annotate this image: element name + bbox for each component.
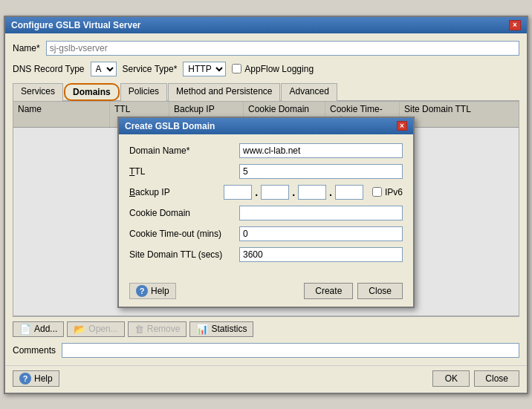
dns-record-type-label: DNS Record Type — [13, 64, 85, 74]
tab-bar: Services Domains Policies Method and Per… — [13, 82, 519, 101]
close-button[interactable]: Close — [474, 370, 519, 387]
appflow-label-text: AppFlow Logging — [244, 64, 314, 74]
domain-name-input[interactable] — [239, 143, 403, 158]
modal-help-button[interactable]: ? Help — [129, 283, 176, 299]
bottom-toolbar: 📄 Add... 📂 Open... 🗑 Remove 📊 Statistics — [13, 316, 519, 340]
comments-label: Comments — [13, 345, 56, 356]
modal-title-bar: Create GSLB Domain × — [119, 118, 413, 134]
footer-help-button[interactable]: ? Help — [13, 370, 59, 387]
add-icon: 📄 — [19, 324, 31, 335]
modal-close-button[interactable]: × — [397, 121, 407, 131]
comments-input[interactable] — [62, 343, 519, 358]
main-window: Configure GSLB Virtual Server × Name* DN… — [4, 16, 528, 394]
ip-octet-4[interactable] — [335, 185, 363, 200]
ipv6-checkbox-label: IPv6 — [372, 187, 403, 197]
window-footer: ? Help OK Close — [5, 365, 527, 393]
footer-help-label: Help — [34, 373, 53, 384]
name-input[interactable] — [46, 41, 519, 56]
modal-footer: ? Help Create Close — [119, 277, 413, 307]
name-row: Name* — [13, 41, 519, 56]
title-bar: Configure GSLB Virtual Server × — [5, 17, 527, 33]
ttl-input[interactable] — [239, 164, 403, 179]
remove-label: Remove — [147, 324, 181, 334]
comments-row: Comments — [13, 343, 519, 358]
cookie-timeout-label: Cookie Time-out (mins) — [129, 229, 233, 239]
modal-help-label: Help — [151, 286, 169, 296]
add-button[interactable]: 📄 Add... — [13, 321, 64, 337]
open-label: Open... — [88, 324, 117, 334]
ip-dot-1: . — [255, 186, 258, 198]
dns-service-row: DNS Record Type A Service Type* HTTP App… — [13, 62, 519, 76]
ttl-label: TTL — [129, 166, 233, 177]
statistics-icon: 📊 — [196, 324, 208, 335]
service-type-label: Service Type* — [123, 64, 178, 74]
domain-name-row: Domain Name* — [129, 143, 403, 158]
window-title: Configure GSLB Virtual Server — [11, 20, 141, 30]
ip-dot-3: . — [329, 186, 332, 198]
cookie-domain-label: Cookie Domain — [129, 208, 233, 218]
cookie-timeout-input[interactable] — [239, 226, 403, 241]
ip-octet-3[interactable] — [298, 185, 326, 200]
ttl-row: TTL — [129, 164, 403, 179]
site-domain-ttl-input[interactable] — [239, 247, 403, 262]
ok-button[interactable]: OK — [432, 370, 470, 387]
footer-help-icon: ? — [19, 373, 31, 385]
statistics-button[interactable]: 📊 Statistics — [189, 321, 253, 337]
service-type-select[interactable]: HTTP — [183, 62, 226, 76]
window-body: Name* DNS Record Type A Service Type* HT… — [5, 33, 527, 365]
create-button[interactable]: Create — [304, 283, 353, 299]
backup-ip-row: Backup IP . . . — [129, 185, 403, 200]
modal-action-buttons: Create Close — [304, 283, 403, 299]
tab-policies[interactable]: Policies — [120, 83, 167, 101]
cookie-domain-row: Cookie Domain — [129, 206, 403, 220]
domains-table: Name TTL Backup IP Cookie Domain Cookie … — [13, 101, 519, 316]
ip-input-group: . . . IPv6 — [224, 185, 403, 200]
cookie-timeout-row: Cookie Time-out (mins) — [129, 226, 403, 241]
ip-octet-1[interactable] — [224, 185, 252, 200]
modal-overlay: Create GSLB Domain × Domain Name* — [13, 102, 519, 315]
tab-advanced[interactable]: Advanced — [281, 83, 337, 101]
modal-body: Domain Name* TTL — [119, 134, 413, 277]
modal-title: Create GSLB Domain — [125, 121, 215, 131]
backup-ip-label: Backup IP — [129, 187, 218, 197]
remove-button[interactable]: 🗑 Remove — [128, 321, 187, 337]
footer-buttons: OK Close — [432, 370, 519, 387]
tab-services[interactable]: Services — [13, 83, 63, 101]
statistics-label: Statistics — [211, 324, 247, 334]
remove-icon: 🗑 — [134, 324, 144, 335]
appflow-checkbox-label: AppFlow Logging — [232, 64, 314, 74]
name-label: Name* — [13, 43, 40, 53]
tab-domains[interactable]: Domains — [64, 83, 120, 101]
domain-name-label: Domain Name* — [129, 145, 233, 156]
create-gslb-domain-modal: Create GSLB Domain × Domain Name* — [117, 117, 415, 308]
site-domain-ttl-row: Site Domain TTL (secs) — [129, 247, 403, 262]
dns-record-type-select[interactable]: A — [91, 62, 117, 76]
modal-close-btn[interactable]: Close — [357, 283, 403, 299]
open-button[interactable]: 📂 Open... — [67, 321, 124, 337]
ip-dot-2: . — [292, 186, 295, 198]
cookie-domain-input[interactable] — [239, 206, 403, 220]
ip-octet-2[interactable] — [261, 185, 289, 200]
appflow-checkbox[interactable] — [232, 64, 241, 73]
open-icon: 📂 — [74, 324, 85, 335]
ipv6-label-text: IPv6 — [385, 187, 403, 197]
ipv6-checkbox[interactable] — [372, 187, 382, 197]
tab-method-persistence[interactable]: Method and Persistence — [168, 83, 280, 101]
window-close-button[interactable]: × — [509, 20, 521, 30]
help-circle-icon: ? — [136, 285, 148, 297]
site-domain-ttl-label: Site Domain TTL (secs) — [129, 249, 233, 260]
add-label: Add... — [34, 324, 57, 334]
